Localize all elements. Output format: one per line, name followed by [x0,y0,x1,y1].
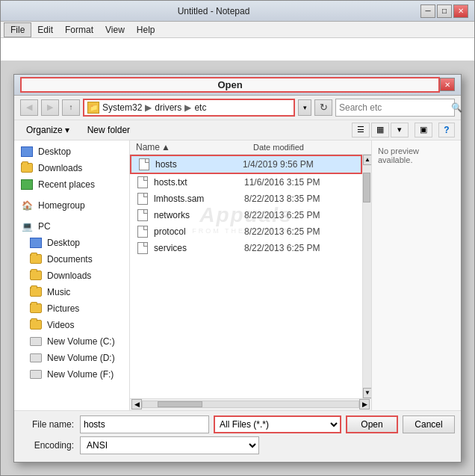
filename-row: File name: All Files (*.*) Open Cancel [20,415,455,433]
h-scroll-left[interactable]: ◀ [131,399,142,409]
organize-arrow: ▾ [65,125,69,135]
file-date-services: 8/22/2013 6:25 PM [244,243,356,253]
nav-desktop-label: Desktop [38,146,71,157]
cancel-button[interactable]: Cancel [403,415,455,433]
search-box: 🔍 [335,99,455,117]
view-list-button[interactable]: ☰ [352,123,370,137]
nav-item-pc[interactable]: 💻 PC [14,218,129,235]
menu-edit[interactable]: Edit [31,23,59,37]
menu-help[interactable]: Help [131,23,161,37]
nav-item-homegroup[interactable]: 🏠 Homegroup [14,197,129,214]
nav-item-drive-d[interactable]: New Volume (D:) [14,350,129,366]
nav-drive-d-label: New Volume (D:) [47,353,115,363]
title-bar-controls: ─ □ ✕ [420,4,468,18]
search-input[interactable] [339,102,451,113]
scroll-track [363,165,371,388]
file-item-networks[interactable]: networks 8/22/2013 6:25 PM [130,207,362,223]
nav-downloads2-label: Downloads [47,271,91,281]
new-folder-button[interactable]: New folder [81,123,136,137]
menu-view[interactable]: View [99,23,131,37]
minimize-button[interactable]: ─ [420,4,435,18]
vertical-scrollbar[interactable]: ▲ ▼ [362,155,371,398]
file-name-hosts: hosts [155,159,238,170]
close-button[interactable]: ✕ [453,4,468,18]
horizontal-scrollbar[interactable]: ◀ ▶ [130,398,371,410]
breadcrumb-dropdown[interactable]: ▾ [298,99,311,116]
nav-homegroup-label: Homegroup [38,200,85,211]
open-button[interactable]: Open [346,415,398,433]
nav-drive-c-label: New Volume (C:) [47,336,115,347]
encoding-label: Encoding: [20,440,80,451]
view-grid-button[interactable]: ▦ [371,123,389,137]
file-item-lmhosts[interactable]: lmhosts.sam 8/22/2013 8:35 PM [130,191,362,207]
right-panel: Name ▲ Date modified [130,140,371,410]
nav-item-pictures[interactable]: Pictures [14,300,129,317]
organize-button[interactable]: Organize ▾ [20,123,75,137]
file-icon-networks [136,209,149,221]
pc-icon: 💻 [20,220,34,232]
dialog-close-button[interactable]: ✕ [440,78,455,91]
nav-recent-label: Recent places [38,179,95,190]
file-name-services: services [154,243,240,253]
recent-icon [20,179,34,191]
maximize-button[interactable]: □ [437,4,452,18]
file-item-hosts[interactable]: hosts 1/4/2019 9:56 PM [130,155,362,174]
nav-downloads-label: Downloads [38,163,82,173]
nav-item-desktop-pc[interactable]: Desktop [14,235,129,251]
menu-file[interactable]: File [4,22,31,37]
nav-item-downloads2[interactable]: Downloads [14,268,129,284]
nav-item-drive-c[interactable]: New Volume (C:) [14,333,129,350]
nav-item-downloads[interactable]: Downloads [14,160,129,176]
breadcrumb-system32[interactable]: System32 [102,102,142,113]
file-item-hosts-txt[interactable]: hosts.txt 11/6/2016 3:15 PM [130,174,362,191]
notepad-title: Untitled - Notepad [7,6,420,16]
nav-item-videos[interactable]: Videos [14,317,129,333]
file-date-networks: 8/22/2013 6:25 PM [244,210,356,220]
nav-item-drive-f[interactable]: New Volume (F:) [14,366,129,383]
preview-panel: No preview available. [371,140,461,410]
breadcrumb-bar: 📁 System32 ▶ drivers ▶ etc [83,99,295,117]
help-button[interactable]: ? [438,123,455,137]
nav-item-recent[interactable]: Recent places [14,176,129,193]
file-date-hosts-txt: 11/6/2016 3:15 PM [244,177,356,188]
file-date-hosts: 1/4/2019 9:56 PM [243,159,355,170]
dialog-title-bar: Open ✕ [14,75,461,96]
col-date-header[interactable]: Date modified [253,143,365,152]
nav-item-documents[interactable]: Documents [14,251,129,268]
up-button[interactable]: ↑ [62,99,80,116]
encoding-select[interactable]: ANSI [80,436,259,454]
forward-button[interactable]: ▶ [41,99,59,116]
refresh-button[interactable]: ↻ [314,99,332,116]
nav-item-music[interactable]: Music [14,284,129,300]
scroll-down-button[interactable]: ▼ [363,388,371,398]
breadcrumb-sep1: ▶ [145,102,152,113]
h-scroll-thumb[interactable] [158,401,202,407]
file-date-protocol: 8/22/2013 6:25 PM [244,226,356,237]
notepad-content[interactable]: Open ✕ ◀ ▶ ↑ 📁 System32 ▶ drivers ▶ [1,38,474,475]
file-item-services[interactable]: services 8/22/2013 6:25 PM [130,240,362,256]
nav-item-desktop-favorites[interactable]: Desktop [14,143,129,160]
drive-d-icon [29,352,43,364]
pictures-icon [29,303,43,315]
filetype-select[interactable]: All Files (*.*) [214,415,341,433]
view-dropdown-button[interactable]: ▾ [391,123,409,137]
file-name-networks: networks [154,210,240,220]
scroll-up-button[interactable]: ▲ [363,155,371,165]
col-name-header[interactable]: Name ▲ [136,142,253,152]
drive-c-icon [29,336,43,347]
notepad-title-bar: Untitled - Notepad ─ □ ✕ [1,1,474,22]
dialog-buttons: Open Cancel [346,415,455,433]
menu-format[interactable]: Format [59,23,99,37]
scroll-thumb[interactable] [363,173,370,203]
preview-pane-button[interactable]: ▣ [415,123,432,137]
back-button[interactable]: ◀ [20,99,38,116]
file-list-header: Name ▲ Date modified [130,140,371,155]
dialog-toolbar: ◀ ▶ ↑ 📁 System32 ▶ drivers ▶ etc ▾ ↻ [14,96,461,120]
breadcrumb-etc[interactable]: etc [194,102,206,113]
breadcrumb-drivers[interactable]: drivers [155,102,181,113]
h-scroll-right[interactable]: ▶ [359,399,370,409]
sort-icon: ▲ [161,142,170,152]
filename-input[interactable] [80,415,209,433]
organize-label: Organize [26,125,63,135]
file-item-protocol[interactable]: protocol 8/22/2013 6:25 PM [130,223,362,240]
